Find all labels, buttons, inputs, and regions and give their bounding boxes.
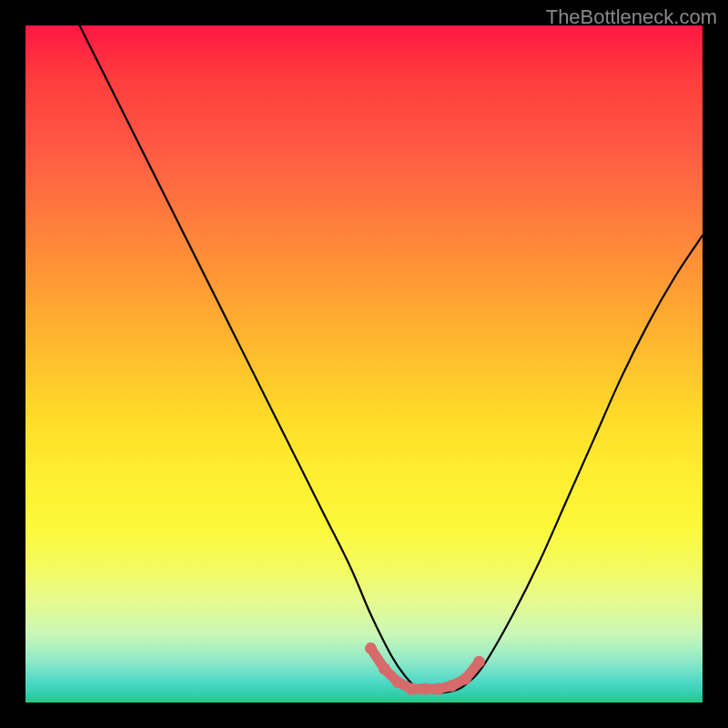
highlight-dot <box>419 683 430 695</box>
chart-plot-area <box>25 25 703 703</box>
highlight-dot <box>446 680 458 692</box>
bottleneck-curve <box>80 25 703 693</box>
highlight-dot <box>392 676 404 688</box>
highlight-dot <box>365 642 377 654</box>
chart-svg <box>25 25 703 703</box>
highlight-dot <box>379 662 390 674</box>
highlight-dot-group <box>365 642 485 695</box>
highlight-dot <box>406 683 418 695</box>
watermark-text: TheBottleneck.com <box>546 5 717 29</box>
highlight-dot <box>473 656 485 668</box>
highlight-dot <box>432 683 444 695</box>
highlight-dot <box>460 672 471 684</box>
